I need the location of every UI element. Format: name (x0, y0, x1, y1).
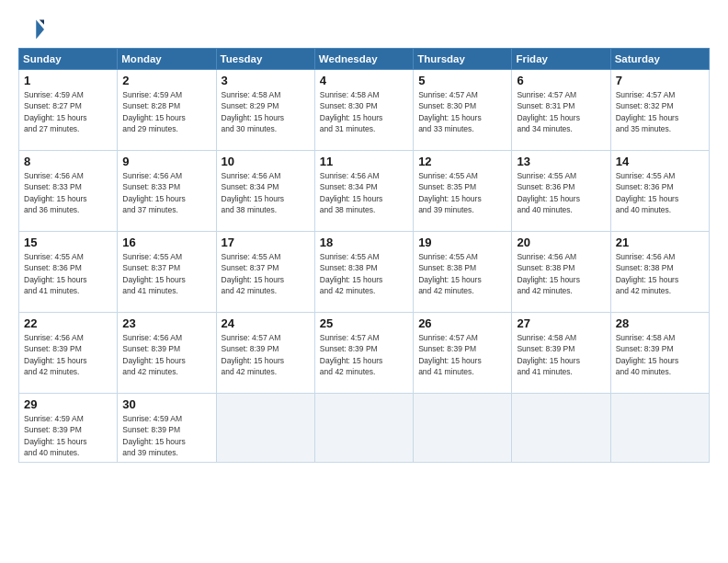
weekday-header-row: SundayMondayTuesdayWednesdayThursdayFrid… (19, 49, 710, 70)
logo (18, 17, 48, 42)
calendar-cell: 30Sunrise: 4:59 AM Sunset: 8:39 PM Dayli… (118, 394, 216, 463)
day-info: Sunrise: 4:57 AM Sunset: 8:39 PM Dayligh… (418, 332, 506, 377)
calendar-week-5: 29Sunrise: 4:59 AM Sunset: 8:39 PM Dayli… (19, 394, 710, 463)
day-number: 29 (24, 397, 112, 411)
calendar-cell: 7Sunrise: 4:57 AM Sunset: 8:32 PM Daylig… (610, 70, 709, 151)
calendar-cell: 3Sunrise: 4:58 AM Sunset: 8:29 PM Daylig… (216, 70, 314, 151)
page-container: SundayMondayTuesdayWednesdayThursdayFrid… (0, 0, 728, 563)
weekday-header-monday: Monday (118, 49, 216, 70)
calendar-cell: 19Sunrise: 4:55 AM Sunset: 8:38 PM Dayli… (414, 232, 512, 313)
calendar-cell: 9Sunrise: 4:56 AM Sunset: 8:33 PM Daylig… (118, 151, 216, 232)
day-info: Sunrise: 4:59 AM Sunset: 8:28 PM Dayligh… (122, 89, 210, 134)
day-info: Sunrise: 4:56 AM Sunset: 8:34 PM Dayligh… (320, 170, 408, 215)
day-info: Sunrise: 4:56 AM Sunset: 8:38 PM Dayligh… (616, 251, 704, 296)
calendar-cell: 12Sunrise: 4:55 AM Sunset: 8:35 PM Dayli… (414, 151, 512, 232)
day-info: Sunrise: 4:59 AM Sunset: 8:39 PM Dayligh… (122, 413, 210, 458)
day-number: 17 (222, 236, 310, 249)
calendar-week-2: 8Sunrise: 4:56 AM Sunset: 8:33 PM Daylig… (19, 151, 710, 232)
calendar-week-1: 1Sunrise: 4:59 AM Sunset: 8:27 PM Daylig… (19, 70, 710, 151)
day-info: Sunrise: 4:57 AM Sunset: 8:32 PM Dayligh… (616, 89, 704, 134)
day-number: 23 (122, 316, 210, 330)
day-info: Sunrise: 4:55 AM Sunset: 8:38 PM Dayligh… (320, 251, 408, 296)
day-info: Sunrise: 4:56 AM Sunset: 8:33 PM Dayligh… (24, 170, 112, 215)
day-info: Sunrise: 4:57 AM Sunset: 8:30 PM Dayligh… (418, 89, 506, 134)
day-number: 6 (517, 74, 605, 87)
day-number: 11 (320, 155, 408, 168)
day-info: Sunrise: 4:55 AM Sunset: 8:36 PM Dayligh… (616, 170, 704, 215)
day-number: 10 (222, 155, 310, 168)
calendar-header: SundayMondayTuesdayWednesdayThursdayFrid… (19, 49, 710, 70)
calendar-cell: 28Sunrise: 4:58 AM Sunset: 8:39 PM Dayli… (610, 313, 709, 394)
day-number: 19 (418, 236, 506, 249)
calendar-cell: 22Sunrise: 4:56 AM Sunset: 8:39 PM Dayli… (19, 313, 118, 394)
calendar-cell: 13Sunrise: 4:55 AM Sunset: 8:36 PM Dayli… (512, 151, 610, 232)
calendar-cell: 11Sunrise: 4:56 AM Sunset: 8:34 PM Dayli… (314, 151, 413, 232)
calendar-cell: 18Sunrise: 4:55 AM Sunset: 8:38 PM Dayli… (314, 232, 413, 313)
weekday-header-thursday: Thursday (414, 49, 512, 70)
svg-marker-2 (40, 20, 44, 25)
day-number: 5 (418, 74, 506, 87)
calendar-cell: 5Sunrise: 4:57 AM Sunset: 8:30 PM Daylig… (414, 70, 512, 151)
day-info: Sunrise: 4:58 AM Sunset: 8:39 PM Dayligh… (517, 332, 605, 377)
day-info: Sunrise: 4:57 AM Sunset: 8:31 PM Dayligh… (517, 89, 605, 134)
day-number: 13 (517, 155, 605, 168)
day-number: 26 (418, 316, 506, 330)
day-info: Sunrise: 4:56 AM Sunset: 8:39 PM Dayligh… (122, 332, 210, 377)
calendar-cell: 4Sunrise: 4:58 AM Sunset: 8:30 PM Daylig… (314, 70, 413, 151)
calendar-cell: 23Sunrise: 4:56 AM Sunset: 8:39 PM Dayli… (118, 313, 216, 394)
calendar-cell: 14Sunrise: 4:55 AM Sunset: 8:36 PM Dayli… (610, 151, 709, 232)
day-number: 27 (517, 316, 605, 330)
day-info: Sunrise: 4:57 AM Sunset: 8:39 PM Dayligh… (222, 332, 310, 377)
day-number: 9 (122, 155, 210, 168)
weekday-header-saturday: Saturday (610, 49, 709, 70)
day-info: Sunrise: 4:58 AM Sunset: 8:29 PM Dayligh… (222, 89, 310, 134)
day-number: 15 (24, 236, 112, 249)
calendar-cell: 26Sunrise: 4:57 AM Sunset: 8:39 PM Dayli… (414, 313, 512, 394)
day-info: Sunrise: 4:57 AM Sunset: 8:39 PM Dayligh… (320, 332, 408, 377)
calendar-cell: 25Sunrise: 4:57 AM Sunset: 8:39 PM Dayli… (314, 313, 413, 394)
day-info: Sunrise: 4:55 AM Sunset: 8:35 PM Dayligh… (418, 170, 506, 215)
calendar-cell: 2Sunrise: 4:59 AM Sunset: 8:28 PM Daylig… (118, 70, 216, 151)
calendar-cell: 17Sunrise: 4:55 AM Sunset: 8:37 PM Dayli… (216, 232, 314, 313)
weekday-header-sunday: Sunday (19, 49, 118, 70)
calendar-cell (512, 394, 610, 463)
weekday-header-tuesday: Tuesday (216, 49, 314, 70)
day-number: 24 (222, 316, 310, 330)
calendar-week-4: 22Sunrise: 4:56 AM Sunset: 8:39 PM Dayli… (19, 313, 710, 394)
calendar-cell: 29Sunrise: 4:59 AM Sunset: 8:39 PM Dayli… (19, 394, 118, 463)
day-number: 28 (616, 316, 704, 330)
day-info: Sunrise: 4:58 AM Sunset: 8:30 PM Dayligh… (320, 89, 408, 134)
calendar-week-3: 15Sunrise: 4:55 AM Sunset: 8:36 PM Dayli… (19, 232, 710, 313)
day-number: 30 (122, 397, 210, 411)
calendar-cell: 27Sunrise: 4:58 AM Sunset: 8:39 PM Dayli… (512, 313, 610, 394)
day-info: Sunrise: 4:56 AM Sunset: 8:34 PM Dayligh… (222, 170, 310, 215)
calendar-cell (314, 394, 413, 463)
day-info: Sunrise: 4:58 AM Sunset: 8:39 PM Dayligh… (616, 332, 704, 377)
day-number: 14 (616, 155, 704, 168)
day-number: 20 (517, 236, 605, 249)
day-number: 18 (320, 236, 408, 249)
calendar-cell: 20Sunrise: 4:56 AM Sunset: 8:38 PM Dayli… (512, 232, 610, 313)
day-info: Sunrise: 4:55 AM Sunset: 8:36 PM Dayligh… (517, 170, 605, 215)
day-info: Sunrise: 4:56 AM Sunset: 8:39 PM Dayligh… (24, 332, 112, 377)
calendar-cell: 1Sunrise: 4:59 AM Sunset: 8:27 PM Daylig… (19, 70, 118, 151)
day-number: 25 (320, 316, 408, 330)
header (18, 17, 710, 42)
day-number: 8 (24, 155, 112, 168)
day-info: Sunrise: 4:55 AM Sunset: 8:37 PM Dayligh… (222, 251, 310, 296)
day-number: 7 (616, 74, 704, 87)
calendar-cell (610, 394, 709, 463)
calendar-body: 1Sunrise: 4:59 AM Sunset: 8:27 PM Daylig… (19, 70, 710, 463)
calendar-cell: 10Sunrise: 4:56 AM Sunset: 8:34 PM Dayli… (216, 151, 314, 232)
day-number: 2 (122, 74, 210, 87)
calendar-cell: 16Sunrise: 4:55 AM Sunset: 8:37 PM Dayli… (118, 232, 216, 313)
calendar-cell: 21Sunrise: 4:56 AM Sunset: 8:38 PM Dayli… (610, 232, 709, 313)
day-number: 22 (24, 316, 112, 330)
calendar-cell (216, 394, 314, 463)
day-number: 21 (616, 236, 704, 249)
weekday-header-wednesday: Wednesday (314, 49, 413, 70)
day-info: Sunrise: 4:59 AM Sunset: 8:27 PM Dayligh… (24, 89, 112, 134)
day-number: 16 (122, 236, 210, 249)
logo-icon (18, 17, 44, 42)
day-info: Sunrise: 4:56 AM Sunset: 8:38 PM Dayligh… (517, 251, 605, 296)
